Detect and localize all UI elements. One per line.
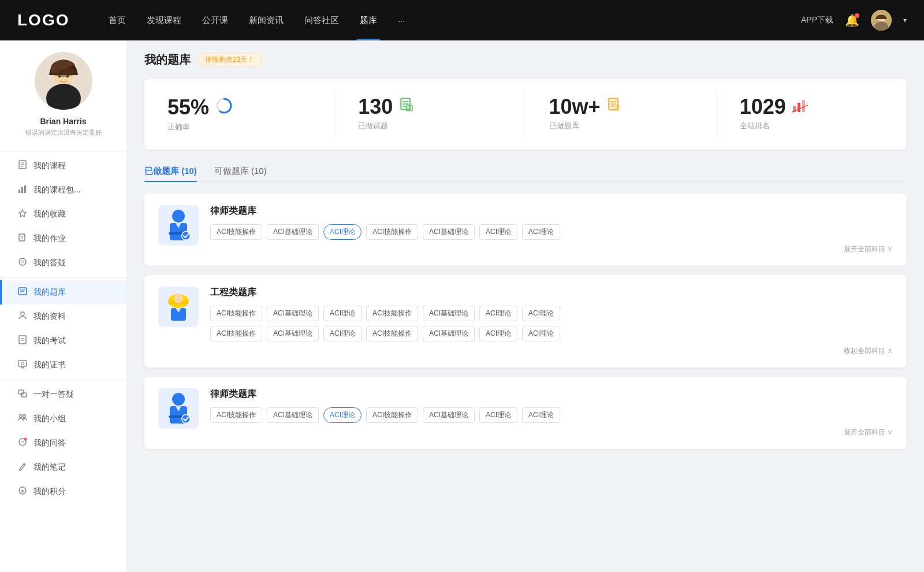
tag-2-0-4[interactable]: ACI基础理论 (423, 407, 475, 423)
svg-marker-32 (20, 394, 21, 395)
tag-1-0-5[interactable]: ACI理论 (479, 306, 517, 321)
svg-text:?: ? (21, 440, 24, 445)
sidebar-item-icon-3 (17, 233, 28, 244)
sidebar-item-我的收藏[interactable]: 我的收藏 (0, 202, 126, 226)
qbank-expand-2[interactable]: 展开全部科目 ∨ (210, 428, 893, 437)
qbank-expand-1[interactable]: 收起全部科目 ∧ (210, 346, 893, 356)
qbank-title-1: 工程类题库 (210, 287, 893, 299)
nav-link-新闻资讯[interactable]: 新闻资讯 (239, 0, 294, 40)
tag-0-0-5[interactable]: ACI理论 (479, 224, 517, 240)
tag-0-0-0[interactable]: ACI技能操作 (210, 224, 262, 240)
svg-rect-17 (19, 234, 25, 241)
tag-0-0-1[interactable]: ACI基础理论 (267, 224, 319, 240)
sidebar-item-label-5: 我的题库 (33, 287, 66, 298)
sidebar-item-我的课程[interactable]: 我的课程 (0, 154, 126, 178)
tab-1[interactable]: 可做题库 (10) (214, 161, 267, 181)
svg-point-35 (20, 415, 23, 418)
tag-1-1-1[interactable]: ACI基础理论 (267, 326, 319, 341)
sidebar-divider-top (0, 151, 126, 151)
sidebar-item-icon-11: ? (17, 437, 28, 449)
svg-rect-50 (407, 105, 412, 111)
stat-number-0: 55% (167, 97, 209, 118)
sidebar-item-icon-8 (17, 359, 28, 371)
sidebar-item-icon-13: ★ (17, 486, 28, 497)
tag-1-1-0[interactable]: ACI技能操作 (210, 326, 262, 341)
sidebar: Brian Harris 错误的决定比没有决定要好 我的课程我的课程包...我的… (0, 40, 127, 572)
sidebar-item-icon-12 (17, 462, 28, 473)
sidebar-item-label-7: 我的考试 (33, 336, 66, 346)
sidebar-item-label-6: 我的资料 (33, 311, 66, 322)
tag-1-0-1[interactable]: ACI基础理论 (267, 306, 319, 321)
tag-0-0-6[interactable]: ACI理论 (522, 224, 560, 240)
sidebar-item-label-1: 我的课程包... (33, 185, 81, 195)
nav-link-公开课[interactable]: 公开课 (192, 0, 239, 40)
stat-icon-3 (792, 97, 808, 117)
sidebar-item-我的作业[interactable]: 我的作业 (0, 226, 126, 251)
sidebar-item-我的答疑[interactable]: ?我的答疑 (0, 251, 126, 275)
stat-item-1: 130 已做试题 (335, 91, 526, 138)
qbank-expand-0[interactable]: 展开全部科目 ∨ (210, 244, 893, 254)
user-avatar[interactable] (871, 10, 892, 31)
sidebar-item-label-2: 我的收藏 (33, 209, 66, 220)
svg-point-25 (21, 312, 24, 315)
sidebar-item-我的考试[interactable]: 我的考试 (0, 329, 126, 353)
notification-bell[interactable]: 🔔 (845, 13, 859, 27)
sidebar-divider-9 (0, 380, 126, 380)
tag-1-0-3[interactable]: ACI技能操作 (366, 306, 418, 321)
tag-2-0-1[interactable]: ACI基础理论 (267, 407, 319, 423)
tag-0-0-4[interactable]: ACI基础理论 (423, 224, 475, 240)
tag-0-0-3[interactable]: ACI技能操作 (366, 224, 418, 240)
sidebar-item-我的资料[interactable]: 我的资料 (0, 304, 126, 329)
nav-link-题库[interactable]: 题库 (349, 0, 388, 40)
stat-label-1: 已做试题 (358, 121, 388, 131)
sidebar-item-我的课程包...[interactable]: 我的课程包... (0, 178, 126, 202)
tag-1-1-4[interactable]: ACI基础理论 (423, 326, 475, 341)
tag-1-0-4[interactable]: ACI基础理论 (423, 306, 475, 321)
sidebar-item-我的证书[interactable]: 我的证书 (0, 353, 126, 377)
svg-rect-57 (614, 105, 620, 111)
tag-1-1-5[interactable]: ACI理论 (479, 326, 517, 341)
sidebar-item-我的题库[interactable]: 我的题库 (0, 280, 126, 304)
tag-1-0-0[interactable]: ACI技能操作 (210, 306, 262, 321)
tag-1-1-2[interactable]: ACI理论 (323, 326, 362, 341)
lawyer-svg (164, 391, 193, 426)
stats-row: 55% 正确率 130 已做试题 10w+ 已做题库 1029 全站排名 (144, 79, 907, 150)
nav-link-问答社区[interactable]: 问答社区 (294, 0, 349, 40)
svg-rect-26 (19, 336, 26, 344)
sidebar-item-icon-10 (17, 413, 28, 425)
tag-1-1-3[interactable]: ACI技能操作 (366, 326, 418, 341)
app-download-link[interactable]: APP下载 (801, 15, 833, 25)
tag-2-0-3[interactable]: ACI技能操作 (366, 407, 418, 423)
nav-link-首页[interactable]: 首页 (98, 0, 136, 40)
tag-2-0-2[interactable]: ACI理论 (323, 407, 362, 423)
sidebar-item-icon-2 (17, 209, 28, 220)
avatar-chevron-icon[interactable]: ▾ (903, 16, 907, 24)
stat-number-2: 10w+ (549, 96, 601, 117)
tag-2-0-0[interactable]: ACI技能操作 (210, 407, 262, 423)
sidebar-item-icon-0 (17, 160, 28, 172)
sidebar-item-一对一答疑[interactable]: 一对一答疑 (0, 382, 126, 407)
tag-1-0-2[interactable]: ACI理论 (323, 306, 362, 321)
sidebar-item-我的笔记[interactable]: 我的笔记 (0, 455, 126, 480)
sidebar-item-label-8: 我的证书 (33, 360, 66, 370)
svg-rect-13 (18, 190, 20, 193)
tab-0[interactable]: 已做题库 (10) (144, 161, 197, 181)
sidebar-avatar (35, 52, 92, 110)
tag-1-0-6[interactable]: ACI理论 (522, 306, 560, 321)
svg-text:★: ★ (20, 488, 25, 494)
avatar-image (871, 10, 892, 31)
sidebar-item-我的积分[interactable]: ★我的积分 (0, 480, 126, 504)
logo[interactable]: LOGO (17, 11, 75, 29)
sidebar-item-我的问答[interactable]: ?我的问答 (0, 431, 126, 455)
tag-2-0-5[interactable]: ACI理论 (479, 407, 517, 423)
tag-2-0-6[interactable]: ACI理论 (522, 407, 560, 423)
nav-link-发现课程[interactable]: 发现课程 (136, 0, 192, 40)
tag-1-1-6[interactable]: ACI理论 (522, 326, 560, 341)
sidebar-item-我的小组[interactable]: 我的小组 (0, 407, 126, 431)
tag-0-0-2[interactable]: ACI理论 (323, 224, 362, 240)
svg-point-61 (172, 210, 185, 222)
stat-number-1: 130 (358, 96, 393, 117)
svg-rect-29 (18, 361, 27, 366)
qbank-body-2: 律师类题库 ACI技能操作ACI基础理论ACI理论ACI技能操作ACI基础理论A… (210, 388, 893, 437)
nav-link-···[interactable]: ··· (388, 0, 416, 40)
